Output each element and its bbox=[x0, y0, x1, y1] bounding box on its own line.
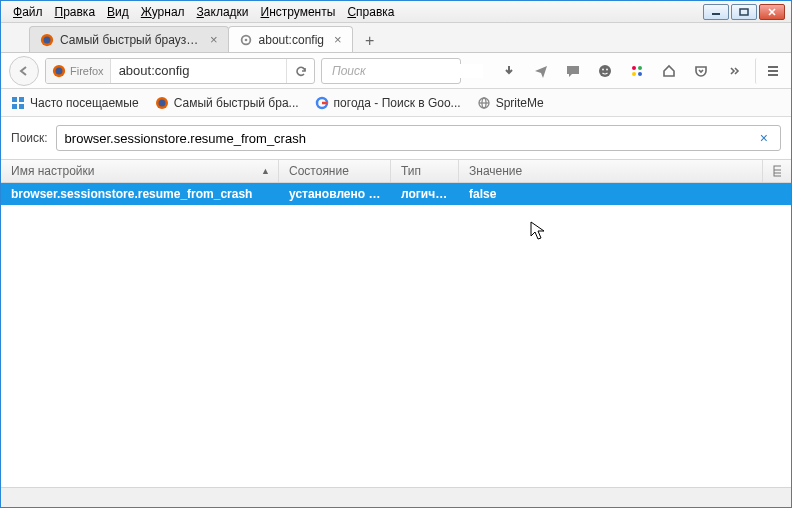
config-content: Поиск: × Имя настройки▲ Состояние Тип Зн… bbox=[1, 117, 791, 487]
tab-0[interactable]: Самый быстрый браузер ... × bbox=[29, 26, 229, 52]
identity-box[interactable]: Firefox bbox=[46, 59, 111, 83]
tab-close-icon[interactable]: × bbox=[210, 33, 218, 46]
grid-icon bbox=[11, 96, 25, 110]
svg-point-14 bbox=[606, 68, 608, 70]
navbar: Firefox about:config bbox=[1, 53, 791, 89]
bookmark-firefox[interactable]: Самый быстрый бра... bbox=[155, 96, 299, 110]
pref-value: false bbox=[459, 187, 791, 201]
minimize-button[interactable] bbox=[703, 4, 729, 20]
url-text[interactable]: about:config bbox=[111, 63, 286, 78]
tab-close-icon[interactable]: × bbox=[334, 33, 342, 46]
pocket-button[interactable] bbox=[687, 58, 715, 84]
tab-label: Самый быстрый браузер ... bbox=[60, 33, 200, 47]
pref-rows: browser.sessionstore.resume_from_crash у… bbox=[1, 183, 791, 487]
bookmark-label: SpriteMe bbox=[496, 96, 544, 110]
bookmark-label: Часто посещаемые bbox=[30, 96, 139, 110]
filter-box[interactable]: × bbox=[56, 125, 781, 151]
svg-point-7 bbox=[244, 38, 247, 41]
menu-button[interactable] bbox=[755, 58, 783, 84]
gear-icon bbox=[239, 33, 253, 47]
bookmark-label: Самый быстрый бра... bbox=[174, 96, 299, 110]
svg-point-9 bbox=[56, 67, 63, 74]
send-button[interactable] bbox=[527, 58, 555, 84]
svg-point-18 bbox=[638, 72, 642, 76]
svg-rect-1 bbox=[740, 9, 748, 15]
downloads-button[interactable] bbox=[495, 58, 523, 84]
identity-label: Firefox bbox=[70, 65, 104, 77]
bookmark-label: погода - Поиск в Goo... bbox=[334, 96, 461, 110]
search-bar[interactable] bbox=[321, 58, 461, 84]
pref-name: browser.sessionstore.resume_from_crash bbox=[1, 187, 279, 201]
home-button[interactable] bbox=[655, 58, 683, 84]
svg-point-15 bbox=[632, 66, 636, 70]
menu-edit[interactable]: Правка bbox=[49, 3, 102, 21]
pref-row[interactable]: browser.sessionstore.resume_from_crash у… bbox=[1, 183, 791, 205]
menu-bookmarks[interactable]: Закладки bbox=[191, 3, 255, 21]
bookmarks-toolbar: Часто посещаемые Самый быстрый бра... по… bbox=[1, 89, 791, 117]
svg-rect-24 bbox=[12, 104, 17, 109]
google-icon bbox=[315, 96, 329, 110]
filter-input[interactable] bbox=[65, 131, 756, 146]
overflow-button[interactable] bbox=[719, 58, 747, 84]
tabstrip: Самый быстрый браузер ... × about:config… bbox=[1, 23, 791, 53]
svg-point-12 bbox=[599, 65, 611, 77]
firefox-icon bbox=[155, 96, 169, 110]
column-picker[interactable] bbox=[763, 160, 791, 182]
column-value[interactable]: Значение bbox=[459, 160, 763, 182]
sort-asc-icon: ▲ bbox=[261, 166, 270, 176]
extension-button[interactable] bbox=[623, 58, 651, 84]
svg-rect-25 bbox=[19, 104, 24, 109]
chat-button[interactable] bbox=[559, 58, 587, 84]
svg-point-27 bbox=[158, 99, 165, 106]
menu-help[interactable]: Справка bbox=[341, 3, 400, 21]
close-button[interactable] bbox=[759, 4, 785, 20]
menu-history[interactable]: Журнал bbox=[135, 3, 191, 21]
svg-rect-32 bbox=[774, 166, 781, 176]
column-name[interactable]: Имя настройки▲ bbox=[1, 160, 279, 182]
back-button[interactable] bbox=[9, 56, 39, 86]
menu-file[interactable]: Файл bbox=[7, 3, 49, 21]
globe-icon bbox=[477, 96, 491, 110]
svg-point-5 bbox=[44, 36, 51, 43]
search-input[interactable] bbox=[332, 64, 483, 78]
firefox-icon bbox=[52, 64, 66, 78]
tab-1[interactable]: about:config × bbox=[228, 26, 353, 52]
firefox-icon bbox=[40, 33, 54, 47]
maximize-button[interactable] bbox=[731, 4, 757, 20]
reload-button[interactable] bbox=[286, 59, 314, 83]
svg-point-17 bbox=[632, 72, 636, 76]
new-tab-button[interactable]: + bbox=[358, 30, 382, 52]
pref-state: установлено п... bbox=[279, 187, 391, 201]
tab-label: about:config bbox=[259, 33, 324, 47]
footer bbox=[1, 487, 791, 507]
column-state[interactable]: Состояние bbox=[279, 160, 391, 182]
menu-view[interactable]: Вид bbox=[101, 3, 135, 21]
column-headers: Имя настройки▲ Состояние Тип Значение bbox=[1, 159, 791, 183]
url-bar[interactable]: Firefox about:config bbox=[45, 58, 315, 84]
column-type[interactable]: Тип bbox=[391, 160, 459, 182]
smile-button[interactable] bbox=[591, 58, 619, 84]
window-controls bbox=[703, 4, 785, 20]
svg-point-13 bbox=[602, 68, 604, 70]
svg-point-16 bbox=[638, 66, 642, 70]
filter-label: Поиск: bbox=[11, 131, 48, 145]
bookmark-frequent[interactable]: Часто посещаемые bbox=[11, 96, 139, 110]
bookmark-google[interactable]: погода - Поиск в Goo... bbox=[315, 96, 461, 110]
clear-filter-icon[interactable]: × bbox=[756, 130, 772, 146]
pref-type: логичес... bbox=[391, 187, 459, 201]
menu-tools[interactable]: Инструменты bbox=[255, 3, 342, 21]
svg-rect-23 bbox=[19, 97, 24, 102]
svg-rect-22 bbox=[12, 97, 17, 102]
bookmark-spriteme[interactable]: SpriteMe bbox=[477, 96, 544, 110]
menubar: Файл Правка Вид Журнал Закладки Инструме… bbox=[1, 1, 791, 23]
